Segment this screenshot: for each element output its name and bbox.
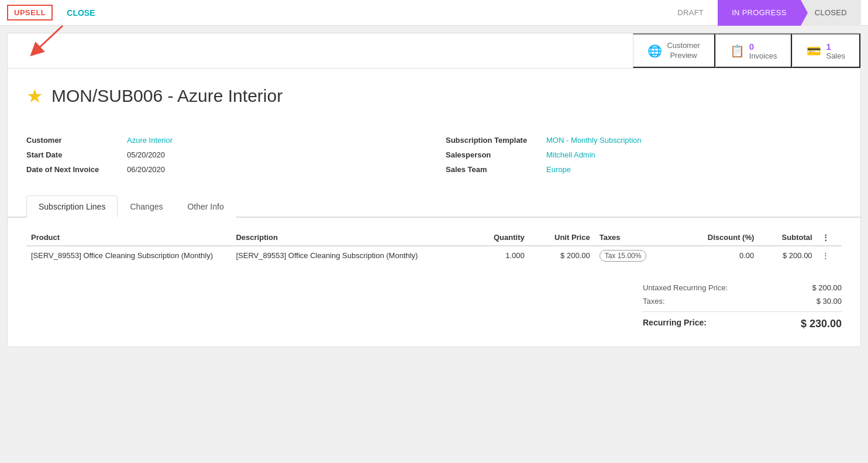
cell-taxes: Tax 15.00% bbox=[595, 246, 677, 265]
tab-other-info[interactable]: Other Info bbox=[175, 196, 236, 218]
table-header-row: Product Description Quantity Unit Price … bbox=[26, 229, 842, 246]
col-header-quantity: Quantity bbox=[470, 229, 529, 246]
col-header-product: Product bbox=[26, 229, 231, 246]
untaxed-value: $ 200.00 bbox=[812, 283, 842, 292]
doc-header-left bbox=[8, 33, 633, 68]
col-header-taxes: Taxes bbox=[595, 229, 677, 246]
taxes-row: Taxes: $ 30.00 bbox=[643, 294, 842, 308]
untaxed-label: Untaxed Recurring Price: bbox=[643, 283, 728, 292]
upsell-button[interactable]: UPSELL bbox=[7, 5, 53, 20]
main-content: 🌐 CustomerPreview 📋 0 Invoices 💳 1 Sales bbox=[7, 33, 861, 347]
sales-team-row: Sales Team Europe bbox=[446, 162, 842, 177]
next-invoice-value: 06/20/2020 bbox=[127, 165, 165, 174]
tab-closed[interactable]: CLOSED bbox=[801, 0, 861, 26]
table-row: [SERV_89553] Office Cleaning Subscriptio… bbox=[26, 246, 842, 265]
favorite-star-icon[interactable]: ★ bbox=[26, 85, 43, 107]
close-button[interactable]: CLOSE bbox=[67, 8, 95, 18]
subscription-template-row: Subscription Template MON - Monthly Subs… bbox=[446, 133, 842, 148]
taxes-value: $ 30.00 bbox=[817, 297, 842, 306]
doc-header: 🌐 CustomerPreview 📋 0 Invoices 💳 1 Sales bbox=[8, 33, 860, 68]
sales-icon: 💳 bbox=[807, 44, 821, 58]
sales-label: Sales bbox=[826, 52, 845, 60]
fields-left: Customer Azure Interior Start Date 05/20… bbox=[26, 133, 422, 177]
next-invoice-label: Date of Next Invoice bbox=[26, 165, 120, 174]
subscription-template-label: Subscription Template bbox=[446, 136, 539, 145]
totals-divider bbox=[643, 311, 842, 312]
sales-team-value[interactable]: Europe bbox=[546, 165, 571, 174]
tax-badge: Tax 15.00% bbox=[600, 250, 647, 262]
invoice-icon: 📋 bbox=[730, 44, 745, 58]
customer-label: Customer bbox=[26, 136, 120, 145]
title-row: ★ MON/SUB006 - Azure Interior bbox=[26, 85, 842, 107]
customer-preview-button[interactable]: 🌐 CustomerPreview bbox=[633, 33, 715, 68]
col-header-discount: Discount (%) bbox=[677, 229, 759, 246]
recurring-label: Recurring Price: bbox=[643, 318, 707, 330]
tab-draft[interactable]: DRAFT bbox=[663, 0, 718, 26]
tab-bar: Subscription Lines Changes Other Info bbox=[8, 196, 860, 218]
invoices-label: Invoices bbox=[749, 52, 777, 60]
totals-table: Untaxed Recurring Price: $ 200.00 Taxes:… bbox=[643, 281, 842, 332]
salesperson-row: Salesperson Mitchell Admin bbox=[446, 148, 842, 162]
fields-right: Subscription Template MON - Monthly Subs… bbox=[446, 133, 842, 177]
col-header-menu: ⋮ bbox=[817, 229, 842, 246]
untaxed-row: Untaxed Recurring Price: $ 200.00 bbox=[643, 281, 842, 294]
sales-count: 1 bbox=[826, 42, 831, 52]
salesperson-value[interactable]: Mitchell Admin bbox=[546, 150, 595, 159]
recurring-value: $ 230.00 bbox=[801, 318, 842, 330]
salesperson-label: Salesperson bbox=[446, 150, 539, 159]
taxes-label: Taxes: bbox=[643, 297, 665, 306]
invoices-button[interactable]: 📋 0 Invoices bbox=[715, 33, 793, 68]
col-header-unit-price: Unit Price bbox=[529, 229, 595, 246]
cell-product[interactable]: [SERV_89553] Office Cleaning Subscriptio… bbox=[26, 246, 231, 265]
status-tabs: DRAFT IN PROGRESS CLOSED bbox=[663, 0, 861, 26]
cell-quantity: 1.000 bbox=[470, 246, 529, 265]
start-date-value: 05/20/2020 bbox=[127, 150, 165, 159]
document-title: MON/SUB006 - Azure Interior bbox=[51, 86, 283, 106]
tab-in-progress[interactable]: IN PROGRESS bbox=[718, 0, 801, 26]
next-invoice-row: Date of Next Invoice 06/20/2020 bbox=[26, 162, 422, 177]
table-section: Product Description Quantity Unit Price … bbox=[8, 218, 860, 276]
recurring-price-row: Recurring Price: $ 230.00 bbox=[643, 315, 842, 332]
col-header-subtotal: Subtotal bbox=[759, 229, 817, 246]
col-header-description: Description bbox=[231, 229, 470, 246]
customer-row: Customer Azure Interior bbox=[26, 133, 422, 148]
subscription-template-value[interactable]: MON - Monthly Subscription bbox=[546, 136, 642, 145]
cell-unit-price: $ 200.00 bbox=[529, 246, 595, 265]
globe-icon: 🌐 bbox=[647, 44, 662, 58]
form-fields: Customer Azure Interior Start Date 05/20… bbox=[8, 133, 860, 191]
sales-team-label: Sales Team bbox=[446, 165, 539, 174]
invoices-count: 0 bbox=[749, 42, 754, 52]
cell-discount: 0.00 bbox=[677, 246, 759, 265]
customer-preview-label: CustomerPreview bbox=[667, 41, 700, 61]
title-section: ★ MON/SUB006 - Azure Interior bbox=[8, 68, 860, 133]
cell-description: [SERV_89553] Office Cleaning Subscriptio… bbox=[231, 246, 470, 265]
totals-section: Untaxed Recurring Price: $ 200.00 Taxes:… bbox=[8, 276, 860, 347]
customer-value[interactable]: Azure Interior bbox=[127, 136, 173, 145]
doc-header-actions: 🌐 CustomerPreview 📋 0 Invoices 💳 1 Sales bbox=[633, 33, 860, 68]
start-date-label: Start Date bbox=[26, 150, 120, 159]
start-date-row: Start Date 05/20/2020 bbox=[26, 148, 422, 162]
cell-subtotal: $ 200.00 bbox=[759, 246, 817, 265]
top-bar: UPSELL CLOSE DRAFT IN PROGRESS CLOSED bbox=[0, 0, 868, 26]
cell-row-menu[interactable]: ⋮ bbox=[817, 246, 842, 265]
subscription-lines-table: Product Description Quantity Unit Price … bbox=[26, 229, 842, 265]
sales-button[interactable]: 💳 1 Sales bbox=[792, 33, 860, 68]
tab-subscription-lines[interactable]: Subscription Lines bbox=[26, 196, 118, 218]
tab-changes[interactable]: Changes bbox=[118, 196, 175, 218]
